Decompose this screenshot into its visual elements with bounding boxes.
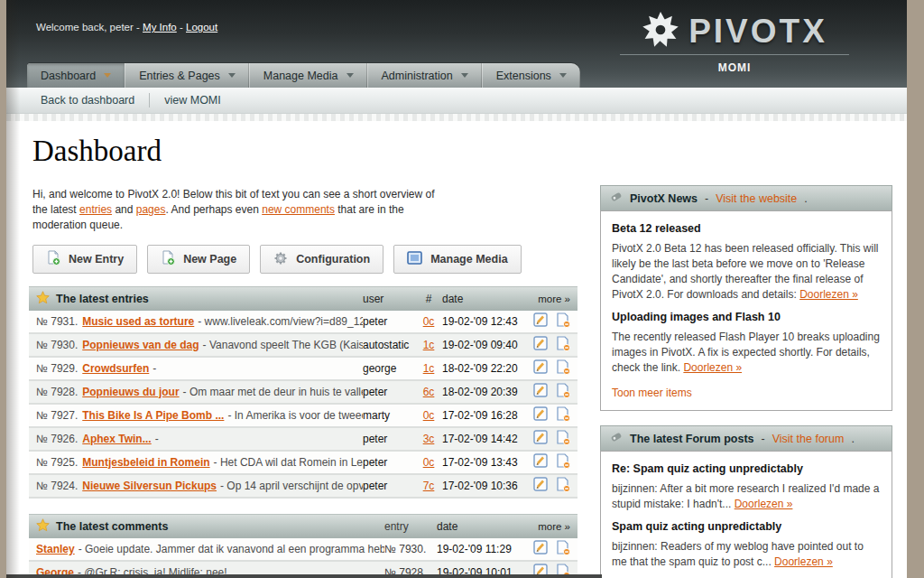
entry-title-link[interactable]: Aphex Twin...	[82, 433, 151, 445]
doorlezen-link[interactable]: Doorlezen »	[683, 361, 742, 374]
news-icon	[610, 191, 623, 206]
tab-extensions[interactable]: Extensions	[482, 63, 580, 88]
forum-icon	[610, 431, 623, 446]
entry-title-link[interactable]: Muntjesbeleid in Romein	[82, 456, 209, 469]
new-entry-icon	[46, 250, 60, 268]
entries-link[interactable]: entries	[79, 203, 112, 216]
view-momi-link[interactable]: view MOMI	[164, 94, 221, 107]
comment-row: Stanley- Goeie update. Jammer dat ik van…	[29, 538, 578, 562]
entry-comment-count-link[interactable]: 0c	[423, 315, 435, 328]
entry-number: № 7924.	[36, 480, 78, 492]
entry-row: № 7926.Aphex Twin...- peter 3c 17-02-'09…	[29, 428, 578, 452]
edit-icon[interactable]	[533, 383, 549, 401]
doorlezen-link[interactable]: Doorlezen »	[774, 555, 833, 568]
edit-icon[interactable]	[533, 453, 549, 471]
edit-icon[interactable]	[533, 336, 549, 354]
entry-excerpt: - www.liveleak.com/view?i=d89_123	[198, 315, 363, 328]
entry-comment-count-link[interactable]: 6c	[423, 386, 435, 398]
forum-panel-header: The latest Forum posts - Visit the forum…	[600, 425, 892, 451]
more-entries-link[interactable]: more »	[538, 294, 570, 304]
entry-excerpt: - Op 14 april verschijnt de opvc	[220, 480, 363, 492]
entry-date: 19-02-'09 09:40	[442, 339, 527, 351]
depublish-icon[interactable]	[556, 336, 570, 354]
show-more-items-link[interactable]: Toon meer items	[612, 386, 692, 401]
visit-forum-link[interactable]: Visit the forum	[772, 433, 845, 445]
chevron-down-icon	[104, 73, 111, 78]
manage-media-button[interactable]: Manage Media	[393, 245, 521, 274]
tab-entries-pages[interactable]: Entries & Pages	[125, 63, 249, 88]
comment-author-link[interactable]: Stanley	[36, 543, 75, 555]
entry-excerpt: - Het CDA wil dat Romein in Lee	[214, 456, 363, 469]
latest-comments-header: The latest comments entry date more »	[29, 514, 578, 538]
entry-date: 17-02-'09 10:36	[442, 480, 527, 492]
entry-title-link[interactable]: This Bike Is A Pipe Bomb ...	[82, 409, 224, 422]
depublish-icon[interactable]	[556, 477, 570, 495]
entry-comment-count-link[interactable]: 3c	[423, 433, 435, 445]
entry-date: 17-02-'09 14:42	[442, 433, 527, 445]
panel-title: PivotX News	[630, 192, 698, 205]
entry-user: marty	[363, 409, 415, 422]
depublish-icon[interactable]	[556, 406, 570, 424]
new-entry-button[interactable]: New Entry	[32, 245, 137, 274]
edit-icon[interactable]	[533, 359, 549, 378]
entry-number: № 7929.	[36, 362, 78, 375]
pivotx-gear-icon	[642, 11, 679, 51]
depublish-icon[interactable]	[556, 540, 570, 558]
entry-comment-count-link[interactable]: 0c	[423, 409, 435, 422]
my-info-link[interactable]: My Info	[143, 22, 177, 33]
entry-comment-count-link[interactable]: 7c	[423, 480, 435, 492]
entry-title-link[interactable]: Music used as torture	[82, 315, 194, 328]
new-comments-link[interactable]: new comments	[262, 203, 335, 216]
edit-icon[interactable]	[533, 312, 549, 331]
sub-nav: Back to dashboard view MOMI	[6, 88, 907, 114]
pages-link[interactable]: pages	[136, 203, 166, 216]
table-title: The latest comments	[56, 520, 168, 533]
entry-title-link[interactable]: Popnieuws du jour	[82, 386, 179, 398]
configuration-button[interactable]: Configuration	[260, 245, 383, 274]
entry-comment-count-link[interactable]: 1c	[423, 339, 435, 351]
entry-title-link[interactable]: Popnieuws van de dag	[82, 339, 199, 351]
col-header-date: date	[442, 293, 527, 305]
depublish-icon[interactable]	[556, 359, 570, 378]
forum-item-heading: Spam quiz acting unpredictably	[612, 519, 881, 535]
entry-excerpt: - Vanavond speelt The KGB (Kaiser	[203, 339, 363, 351]
depublish-icon[interactable]	[556, 383, 570, 401]
new-page-button[interactable]: New Page	[147, 245, 250, 274]
entry-number: № 7931.	[36, 315, 78, 328]
tab-dashboard[interactable]: Dashboard	[27, 63, 125, 88]
logout-link[interactable]: Logout	[186, 22, 217, 33]
entry-comment-count-link[interactable]: 0c	[423, 456, 435, 469]
entry-date: 17-02-'09 16:28	[442, 409, 527, 422]
tab-administration[interactable]: Administration	[367, 63, 482, 88]
depublish-icon[interactable]	[556, 312, 570, 331]
subnav-divider	[149, 93, 150, 107]
entry-user: peter	[363, 456, 415, 469]
entry-number: № 7926.	[36, 433, 78, 445]
doorlezen-link[interactable]: Doorlezen »	[799, 288, 858, 301]
forum-item: Spam quiz acting unpredictably bijzinnen…	[612, 519, 881, 570]
tab-manage-media[interactable]: Manage Media	[249, 63, 367, 88]
more-comments-link[interactable]: more »	[538, 521, 570, 532]
edit-icon[interactable]	[533, 477, 549, 495]
visit-website-link[interactable]: Visit the website	[716, 192, 797, 205]
latest-comments-table: The latest comments entry date more » St…	[29, 514, 578, 578]
news-item-heading: Beta 12 released	[612, 221, 881, 237]
entry-title-link[interactable]: Nieuwe Silversun Pickups	[82, 480, 217, 492]
edit-icon[interactable]	[533, 406, 549, 424]
depublish-icon[interactable]	[556, 430, 570, 448]
entry-date: 18-02-'09 20:39	[442, 386, 527, 398]
entry-excerpt: - Om maar met de deur in huis te valler	[183, 386, 363, 398]
edit-icon[interactable]	[533, 430, 549, 448]
forum-panel-body: Re: Spam quiz acting unpredictably bijzi…	[600, 451, 892, 578]
forum-item-heading: Re: Spam quiz acting unpredictably	[612, 461, 881, 477]
entry-row: № 7929.Crowdsurfen- george 1c 18-02-'09 …	[29, 358, 578, 381]
entry-row: № 7925.Muntjesbeleid in Romein- Het CDA …	[29, 452, 578, 475]
edit-icon[interactable]	[533, 540, 549, 558]
back-to-dashboard-link[interactable]: Back to dashboard	[41, 94, 134, 107]
entry-title-link[interactable]: Crowdsurfen	[82, 362, 149, 375]
depublish-icon[interactable]	[556, 453, 570, 471]
doorlezen-link[interactable]: Doorlezen »	[735, 498, 793, 510]
entry-user: george	[363, 362, 415, 375]
pivotx-logo: PIVOTX MOMI	[614, 11, 855, 74]
entry-comment-count-link[interactable]: 1c	[423, 362, 435, 375]
